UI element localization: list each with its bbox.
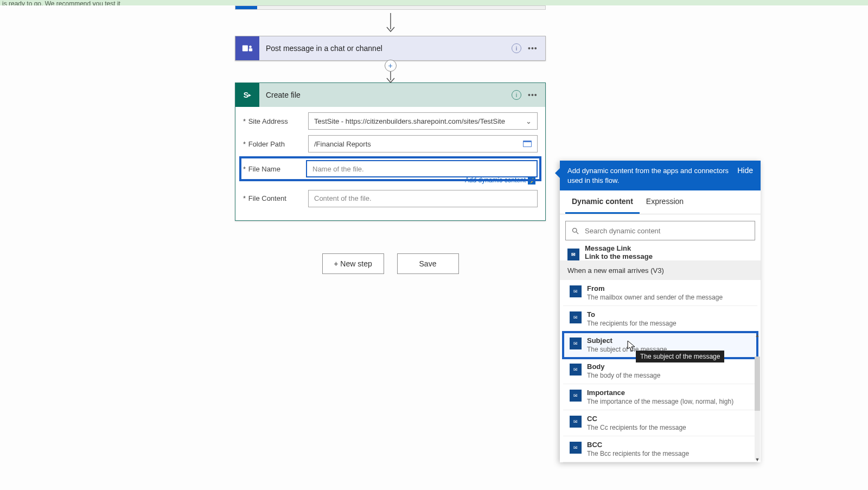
list-item[interactable]: ✉ Message Link Link to the message bbox=[560, 246, 761, 261]
folder-path-input[interactable]: /Financial Reports bbox=[308, 135, 538, 152]
add-dynamic-content-link[interactable]: Add dynamic content⚡ bbox=[243, 176, 535, 184]
item-name: Message Link bbox=[585, 246, 631, 252]
notification-banner: is ready to go. We recommend you test it bbox=[0, 0, 868, 5]
tooltip: The subject of the message bbox=[636, 351, 724, 362]
dynamic-content-item-to[interactable]: ✉ToThe recipients for the message bbox=[563, 306, 757, 332]
site-address-value: TestSite - https://citizenbuilders.share… bbox=[314, 117, 505, 125]
save-button[interactable]: Save bbox=[397, 253, 459, 274]
connector-section-header: When a new email arrives (V3) bbox=[560, 261, 761, 280]
action-menu-button[interactable]: ••• bbox=[528, 44, 541, 53]
svg-point-2 bbox=[249, 46, 252, 48]
connector-arrow-with-add: + bbox=[235, 61, 546, 82]
file-content-input[interactable]: Content of the file. bbox=[308, 190, 538, 207]
callout-pointer bbox=[555, 168, 560, 178]
hide-panel-link[interactable]: Hide bbox=[737, 166, 753, 185]
connector-mini-icon: ✉ bbox=[570, 364, 582, 376]
new-step-button[interactable]: + New step bbox=[322, 253, 384, 274]
svg-rect-1 bbox=[242, 46, 248, 52]
connector-mini-icon: ✉ bbox=[570, 311, 582, 323]
dynamic-content-search-input[interactable] bbox=[585, 227, 749, 235]
tab-expression[interactable]: Expression bbox=[640, 190, 690, 214]
file-name-input[interactable]: Name of the file. bbox=[306, 160, 538, 177]
item-desc: The Cc recipients for the message bbox=[587, 424, 751, 431]
teams-action-card[interactable]: Post message in a chat or channel i ••• bbox=[235, 36, 546, 61]
connector-mini-icon: ✉ bbox=[570, 442, 582, 454]
site-address-label: Site Address bbox=[248, 117, 288, 125]
dynamic-content-item-bcc[interactable]: ✉BCCThe Bcc recipients for the message bbox=[563, 436, 757, 462]
scrollbar-thumb[interactable] bbox=[755, 357, 760, 411]
item-desc: The recipients for the message bbox=[587, 320, 751, 327]
previous-step-collapsed[interactable] bbox=[235, 5, 546, 10]
connector-mini-icon: ✉ bbox=[570, 390, 582, 402]
dynamic-content-item-from[interactable]: ✉FromThe mailbox owner and sender of the… bbox=[563, 280, 757, 306]
item-name: To bbox=[587, 310, 751, 319]
item-desc: The importance of the message (low, norm… bbox=[587, 398, 751, 405]
folder-path-label: Folder Path bbox=[248, 140, 285, 148]
item-desc: The mailbox owner and sender of the mess… bbox=[587, 294, 751, 301]
svg-line-6 bbox=[576, 232, 578, 234]
file-content-placeholder: Content of the file. bbox=[314, 194, 372, 202]
insert-step-button[interactable]: + bbox=[385, 60, 397, 72]
search-icon bbox=[571, 227, 579, 235]
connector-arrow bbox=[235, 10, 546, 36]
connector-mini-icon: ✉ bbox=[570, 285, 582, 297]
action-menu-button[interactable]: ••• bbox=[528, 91, 541, 99]
site-address-dropdown[interactable]: TestSite - https://citizenbuilders.share… bbox=[308, 112, 538, 130]
dynamic-content-item-importance[interactable]: ✉ImportanceThe importance of the message… bbox=[563, 384, 757, 410]
scrollbar[interactable] bbox=[755, 357, 760, 460]
item-desc: The Bcc recipients for the message bbox=[587, 450, 751, 457]
sharepoint-create-file-card: S▸ Create file i ••• * Site Address Test… bbox=[235, 82, 546, 221]
dynamic-content-heading: Add dynamic content from the apps and co… bbox=[567, 166, 737, 185]
scroll-up-icon[interactable]: ▲ bbox=[755, 333, 760, 338]
help-icon[interactable]: i bbox=[512, 90, 521, 100]
connector-mini-icon: ✉ bbox=[570, 416, 582, 428]
dynamic-content-panel: Add dynamic content from the apps and co… bbox=[560, 161, 761, 462]
item-name: Body bbox=[587, 362, 751, 371]
chevron-down-icon: ⌄ bbox=[526, 117, 532, 125]
lightning-icon: ⚡ bbox=[528, 177, 535, 184]
file-content-row: * File Content Content of the file. bbox=[243, 190, 538, 207]
teams-action-title: Post message in a chat or channel bbox=[259, 44, 512, 53]
folder-picker-icon[interactable] bbox=[523, 141, 532, 147]
file-name-label: File Name bbox=[248, 165, 280, 173]
svg-rect-3 bbox=[249, 48, 252, 52]
file-content-label: File Content bbox=[248, 194, 286, 202]
item-name: Importance bbox=[587, 389, 751, 397]
cursor-icon bbox=[627, 340, 636, 352]
help-icon[interactable]: i bbox=[512, 43, 521, 53]
item-name: BCC bbox=[587, 441, 751, 449]
item-name: CC bbox=[587, 415, 751, 423]
item-name: From bbox=[587, 284, 751, 292]
sharepoint-action-title: Create file bbox=[259, 91, 512, 99]
file-name-placeholder: Name of the file. bbox=[312, 165, 364, 173]
connector-mini-icon: ✉ bbox=[567, 249, 579, 260]
svg-point-5 bbox=[573, 228, 577, 232]
dynamic-content-search[interactable] bbox=[565, 221, 755, 240]
item-desc: Link to the message bbox=[585, 252, 653, 260]
tab-dynamic-content[interactable]: Dynamic content bbox=[565, 190, 640, 214]
scroll-down-icon[interactable]: ▼ bbox=[755, 457, 760, 462]
item-desc: The body of the message bbox=[587, 372, 751, 379]
dynamic-content-item-cc[interactable]: ✉CCThe Cc recipients for the message bbox=[563, 410, 757, 436]
connector-mini-icon: ✉ bbox=[570, 338, 582, 349]
sharepoint-icon: S▸ bbox=[235, 83, 259, 107]
folder-path-value: /Financial Reports bbox=[314, 140, 371, 148]
folder-path-row: * Folder Path /Financial Reports bbox=[243, 135, 538, 152]
teams-icon bbox=[235, 36, 259, 60]
site-address-row: * Site Address TestSite - https://citize… bbox=[243, 112, 538, 130]
item-name: Subject bbox=[587, 336, 751, 345]
